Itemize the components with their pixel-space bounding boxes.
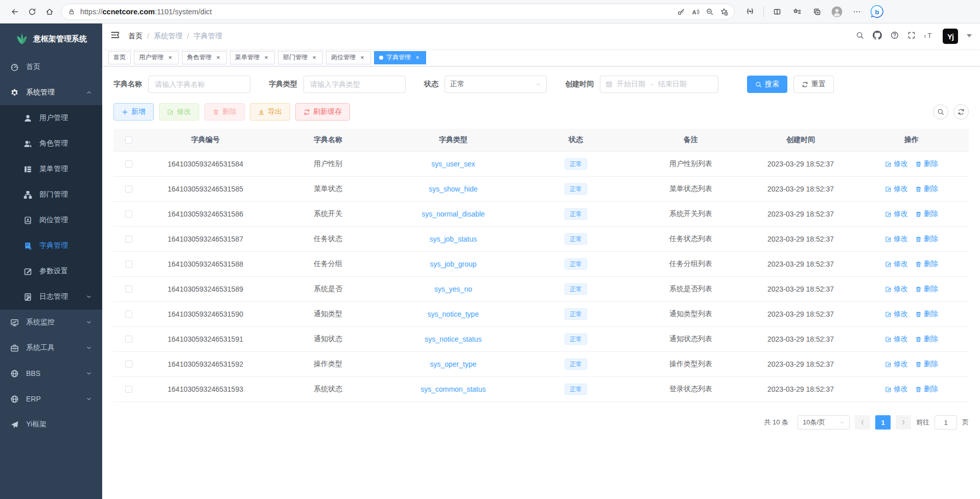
delete-button[interactable]: 删除 xyxy=(204,103,245,121)
page-size-select[interactable]: 10条/页 xyxy=(798,415,850,430)
fullscreen-button[interactable] xyxy=(907,31,916,42)
sidebar-item-bbs[interactable]: BBS xyxy=(0,361,102,386)
sidebar-item-dept-mgmt[interactable]: 部门管理 xyxy=(0,182,102,207)
dict-type-link[interactable]: sys_oper_type xyxy=(430,360,476,368)
refresh-cache-button[interactable]: 刷新缓存 xyxy=(295,103,350,121)
row-delete-link[interactable]: 删除 xyxy=(915,234,938,244)
tab-角色管理[interactable]: 角色管理× xyxy=(182,51,227,64)
row-delete-link[interactable]: 删除 xyxy=(915,360,938,369)
browser-refresh-button[interactable] xyxy=(24,3,41,20)
row-edit-link[interactable]: 修改 xyxy=(885,209,908,219)
reset-button[interactable]: 重置 xyxy=(794,76,834,93)
browser-home-button[interactable] xyxy=(41,3,58,20)
row-delete-link[interactable]: 删除 xyxy=(915,159,938,169)
header-search-button[interactable] xyxy=(856,31,864,42)
tab-岗位管理[interactable]: 岗位管理× xyxy=(326,51,371,64)
row-checkbox[interactable] xyxy=(125,336,132,343)
tab-部门管理[interactable]: 部门管理× xyxy=(278,51,323,64)
help-button[interactable] xyxy=(891,31,899,42)
tab-close-icon[interactable]: × xyxy=(359,54,366,61)
date-range-picker[interactable]: 开始日期 - 结束日期 xyxy=(600,76,718,93)
edit-button[interactable]: 修改 xyxy=(159,103,199,121)
sidebar-toggle-button[interactable] xyxy=(110,30,120,42)
row-checkbox[interactable] xyxy=(125,286,132,293)
tab-菜单管理[interactable]: 菜单管理× xyxy=(230,51,275,64)
row-checkbox[interactable] xyxy=(125,210,132,218)
tab-用户管理[interactable]: 用户管理× xyxy=(134,51,179,64)
sidebar-item-erp[interactable]: ERP xyxy=(0,386,102,412)
toggle-search-button[interactable] xyxy=(933,104,948,120)
search-button[interactable]: 搜索 xyxy=(747,76,787,93)
sidebar-item-param-settings[interactable]: 参数设置 xyxy=(0,258,102,284)
goto-page-input[interactable] xyxy=(935,415,957,430)
row-delete-link[interactable]: 删除 xyxy=(915,385,938,394)
tab-close-icon[interactable]: × xyxy=(414,54,421,61)
next-page-button[interactable] xyxy=(896,415,911,430)
export-button[interactable]: 导出 xyxy=(250,103,290,121)
sidebar-item-menu-mgmt[interactable]: 菜单管理 xyxy=(0,156,102,182)
favorites-button[interactable] xyxy=(789,4,805,20)
add-button[interactable]: 新增 xyxy=(113,103,154,121)
user-menu-caret-icon[interactable] xyxy=(967,33,972,39)
sidebar-item-log-mgmt[interactable]: 日志管理 xyxy=(0,284,102,310)
dict-type-link[interactable]: sys_job_status xyxy=(430,235,477,243)
user-avatar[interactable]: Yj xyxy=(943,29,958,44)
row-checkbox[interactable] xyxy=(125,260,132,268)
status-select[interactable]: 正常 xyxy=(445,76,547,93)
tab-close-icon[interactable]: × xyxy=(215,54,222,61)
github-link[interactable] xyxy=(873,31,882,42)
sidebar-item-system-tools[interactable]: 系统工具 xyxy=(0,335,102,361)
collections-button[interactable] xyxy=(809,4,825,20)
row-delete-link[interactable]: 删除 xyxy=(915,335,938,344)
bing-chat-button[interactable]: b xyxy=(869,4,885,20)
row-edit-link[interactable]: 修改 xyxy=(885,360,908,369)
dict-type-link[interactable]: sys_common_status xyxy=(421,385,486,393)
row-checkbox[interactable] xyxy=(125,160,132,168)
split-screen-button[interactable] xyxy=(769,4,785,20)
browser-settings-button[interactable] xyxy=(849,4,865,20)
read-aloud-button[interactable]: A xyxy=(688,5,703,19)
row-delete-link[interactable]: 删除 xyxy=(915,184,938,194)
sidebar-item-dict-mgmt[interactable]: 字典管理 xyxy=(0,233,102,258)
dict-type-link[interactable]: sys_yes_no xyxy=(434,285,472,293)
password-manager-button[interactable] xyxy=(674,5,688,19)
dict-type-link[interactable]: sys_user_sex xyxy=(431,160,475,168)
address-bar[interactable]: https://ccnetcore.com:1101/system/dict A xyxy=(61,4,735,20)
row-checkbox[interactable] xyxy=(125,235,132,243)
row-checkbox[interactable] xyxy=(125,185,132,193)
tab-字典管理[interactable]: 字典管理× xyxy=(374,51,426,64)
row-edit-link[interactable]: 修改 xyxy=(885,284,908,294)
page-1-button[interactable]: 1 xyxy=(875,415,891,430)
row-delete-link[interactable]: 删除 xyxy=(915,310,938,319)
sidebar-item-system-monitor[interactable]: 系统监控 xyxy=(0,310,102,335)
zoom-out-button[interactable] xyxy=(703,5,717,19)
sidebar-item-user-mgmt[interactable]: 用户管理 xyxy=(0,105,102,131)
row-edit-link[interactable]: 修改 xyxy=(885,234,908,244)
browser-profile-button[interactable] xyxy=(829,4,845,20)
row-delete-link[interactable]: 删除 xyxy=(915,259,938,269)
dict-type-link[interactable]: sys_notice_type xyxy=(428,310,479,318)
sidebar-item-post-mgmt[interactable]: 岗位管理 xyxy=(0,207,102,233)
select-all-checkbox[interactable] xyxy=(125,136,132,144)
tab-close-icon[interactable]: × xyxy=(167,54,174,61)
row-checkbox[interactable] xyxy=(125,311,132,318)
add-favorite-button[interactable] xyxy=(717,5,731,19)
row-delete-link[interactable]: 删除 xyxy=(915,284,938,294)
sidebar-item-yi-framework[interactable]: Yi框架 xyxy=(0,412,102,437)
row-edit-link[interactable]: 修改 xyxy=(885,159,908,169)
row-checkbox[interactable] xyxy=(125,361,132,368)
row-edit-link[interactable]: 修改 xyxy=(885,310,908,319)
prev-page-button[interactable] xyxy=(855,415,870,430)
sidebar-item-role-mgmt[interactable]: 角色管理 xyxy=(0,131,102,156)
app-logo[interactable]: 意框架管理系统 xyxy=(0,23,102,54)
tab-首页[interactable]: 首页 xyxy=(108,51,131,64)
sidebar-item-system-mgmt[interactable]: 系统管理 xyxy=(0,80,102,105)
row-edit-link[interactable]: 修改 xyxy=(885,335,908,344)
row-delete-link[interactable]: 删除 xyxy=(915,209,938,219)
dict-type-link[interactable]: sys_show_hide xyxy=(429,185,478,193)
dict-type-link[interactable]: sys_notice_status xyxy=(425,335,481,343)
tab-close-icon[interactable]: × xyxy=(311,54,318,61)
browser-back-button[interactable] xyxy=(6,3,24,20)
dict-name-input[interactable] xyxy=(148,76,250,93)
browser-essentials-button[interactable] xyxy=(742,4,758,20)
